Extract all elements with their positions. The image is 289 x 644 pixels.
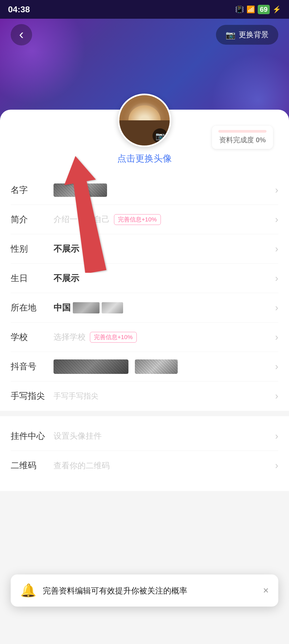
qrcode-value: 查看你的二维码 (54, 460, 275, 471)
gender-chevron-icon: › (275, 243, 278, 255)
location-scribble2 (102, 302, 123, 313)
bio-label: 简介 (11, 214, 54, 225)
completion-label: 资料完成度 (219, 136, 254, 144)
qrcode-text: 查看你的二维码 (54, 460, 110, 471)
completion-pct: 0% (256, 136, 266, 144)
name-row[interactable]: 名字 › (11, 175, 278, 205)
change-bg-label: 更换背景 (239, 30, 269, 40)
gender-row[interactable]: 性别 不展示 › (11, 234, 278, 264)
avatar-camera-overlay (153, 128, 168, 143)
widget-value: 设置头像挂件 (54, 431, 275, 442)
douyin-chevron-icon: › (275, 361, 278, 372)
school-complete-tag: 完善信息+10% (90, 332, 137, 343)
handwrite-row[interactable]: 手写指尖 手写手写指尖 › (11, 381, 278, 411)
gender-value: 不展示 (54, 243, 275, 255)
widget-text: 设置头像挂件 (54, 431, 102, 442)
bio-complete-tag: 完善信息+10% (114, 214, 161, 225)
bio-chevron-icon: › (275, 214, 278, 225)
status-time: 04:38 (8, 5, 30, 14)
name-value (54, 183, 275, 197)
location-chevron-icon: › (275, 302, 278, 313)
handwrite-chevron-icon: › (275, 390, 278, 402)
notification-text: 完善资料编辑可有效提升你被关注的概率 (43, 585, 257, 597)
completion-badge: 资料完成度 0% (212, 126, 273, 149)
content-card: 资料完成度 0% 点击更换头像 名字 › 简介 介绍一下你自己 完善信息+10 (0, 110, 289, 491)
change-avatar-button[interactable]: 点击更换头像 (117, 152, 172, 165)
birthday-label: 生日 (11, 273, 54, 284)
completion-text: 资料完成度 0% (218, 135, 267, 145)
change-background-button[interactable]: 📷 更换背景 (216, 25, 278, 45)
gender-label: 性别 (11, 243, 54, 255)
school-label: 学校 (11, 331, 54, 343)
header-nav: 📷 更换背景 (0, 19, 289, 51)
location-scribble1 (73, 302, 100, 313)
avatar[interactable] (118, 94, 171, 147)
section-separator (0, 411, 289, 416)
notification-close-button[interactable]: × (263, 585, 269, 596)
douyin-scribble1 (54, 359, 128, 374)
school-row[interactable]: 学校 选择学校 完善信息+10% › (11, 323, 278, 352)
handwrite-text: 手写手写指尖 (54, 391, 98, 401)
status-bar: 04:38 📳 📶 69 ⚡ (0, 0, 289, 19)
name-scribble (54, 183, 107, 197)
avatar-section: 资料完成度 0% 点击更换头像 (0, 110, 289, 175)
douyin-scribble2 (135, 359, 178, 374)
widget-center-row[interactable]: 挂件中心 设置头像挂件 › (11, 421, 278, 451)
name-label: 名字 (11, 184, 54, 196)
handwrite-value: 手写手写指尖 (54, 391, 275, 401)
douyin-label: 抖音号 (11, 361, 54, 373)
school-value: 选择学校 完善信息+10% (54, 332, 275, 343)
location-value: 中国 (54, 302, 275, 314)
lightning-icon: ⚡ (272, 5, 281, 14)
camera-icon: 📷 (226, 30, 235, 40)
wifi-icon: 📶 (246, 5, 255, 14)
school-chevron-icon: › (275, 332, 278, 343)
douyin-row[interactable]: 抖音号 › (11, 352, 278, 381)
bio-value: 介绍一下你自己 完善信息+10% (54, 214, 275, 225)
battery-level: 69 (258, 5, 270, 14)
vibrate-icon: 📳 (235, 5, 244, 14)
location-row[interactable]: 所在地 中国 › (11, 293, 278, 323)
name-chevron-icon: › (275, 185, 278, 196)
qrcode-label: 二维码 (11, 460, 54, 471)
completion-bar-background (218, 130, 267, 133)
birthday-value: 不展示 (54, 273, 275, 284)
bio-row[interactable]: 简介 介绍一下你自己 完善信息+10% › (11, 205, 278, 234)
back-button[interactable] (11, 24, 32, 45)
form-section: 名字 › 简介 介绍一下你自己 完善信息+10% › 性别 不展示 › 生日 (0, 175, 289, 411)
school-placeholder: 选择学校 (54, 332, 86, 343)
handwrite-label: 手写指尖 (11, 390, 54, 402)
notification-bell-icon: 🔔 (20, 583, 36, 598)
notification-banner: 🔔 完善资料编辑可有效提升你被关注的概率 × (11, 574, 278, 607)
widget-label: 挂件中心 (11, 430, 54, 442)
bottom-form-section: 挂件中心 设置头像挂件 › 二维码 查看你的二维码 › (0, 416, 289, 480)
bio-placeholder: 介绍一下你自己 (54, 214, 110, 225)
qrcode-chevron-icon: › (275, 460, 278, 471)
location-country: 中国 (54, 302, 71, 314)
location-label: 所在地 (11, 302, 54, 314)
birthday-row[interactable]: 生日 不展示 › (11, 264, 278, 293)
birthday-text: 不展示 (54, 273, 79, 284)
status-icons: 📳 📶 69 ⚡ (235, 5, 281, 14)
douyin-value (54, 359, 275, 374)
qrcode-row[interactable]: 二维码 查看你的二维码 › (11, 451, 278, 480)
gender-text: 不展示 (54, 243, 79, 255)
widget-chevron-icon: › (275, 431, 278, 442)
birthday-chevron-icon: › (275, 273, 278, 284)
